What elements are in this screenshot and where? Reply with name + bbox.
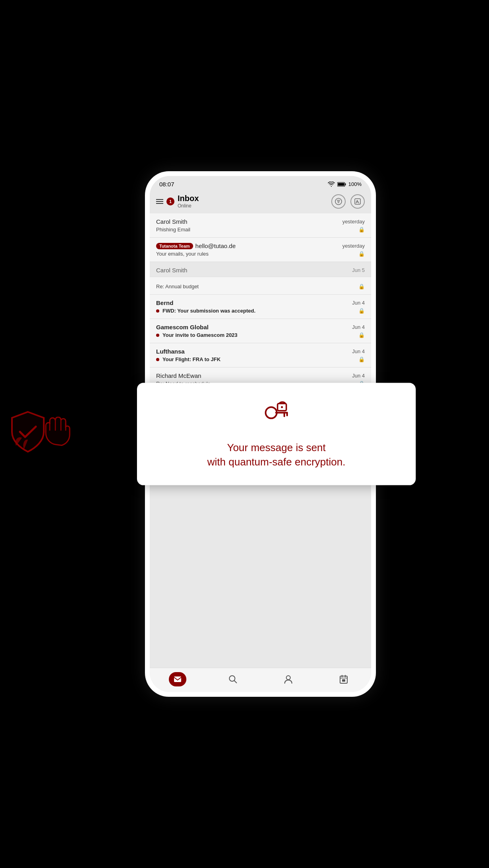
battery-percent: 100% bbox=[348, 181, 362, 187]
sender-badge-wrap: Tutanota Team hello@tutao.de bbox=[156, 242, 236, 249]
nav-contacts[interactable] bbox=[280, 672, 297, 686]
email-date-5: Jun 4 bbox=[352, 324, 365, 330]
compose-button[interactable] bbox=[350, 194, 365, 209]
email-sender-6: Lufthansa bbox=[156, 348, 185, 355]
nav-mail[interactable] bbox=[169, 672, 186, 686]
lock-icon-1: 🔒 bbox=[358, 227, 365, 233]
email-sender-1: Carol Smith bbox=[156, 218, 187, 225]
unread-dot-5 bbox=[156, 334, 159, 337]
lock-icon-3b: 🔒 bbox=[358, 283, 365, 289]
overlay-message: Your message is sent with quantum-safe e… bbox=[207, 440, 346, 469]
email-sender-4: Bernd bbox=[156, 299, 173, 306]
header-left: 1 Inbox Online bbox=[156, 194, 199, 209]
email-item-4[interactable]: Bernd Jun 4 FWD: Your submission was acc… bbox=[150, 295, 371, 319]
svg-rect-9 bbox=[174, 676, 181, 682]
inbox-header: 1 Inbox Online bbox=[150, 191, 371, 213]
email-subject-3b: Re: Annual budget bbox=[156, 283, 355, 289]
nav-search[interactable] bbox=[224, 672, 242, 686]
contacts-icon-wrap bbox=[280, 672, 297, 686]
overlay-line2: with quantum-safe encryption. bbox=[207, 456, 346, 468]
email-item-5[interactable]: Gamescom Global Jun 4 Your invite to Gam… bbox=[150, 319, 371, 343]
search-icon bbox=[229, 675, 237, 684]
email-sender-2: hello@tutao.de bbox=[196, 242, 236, 249]
lock-icon-4: 🔒 bbox=[358, 308, 365, 314]
filter-button[interactable] bbox=[331, 194, 346, 209]
email-item-3[interactable]: Carol Smith Jun 5 bbox=[150, 262, 371, 277]
mail-active-icon bbox=[169, 672, 186, 686]
online-status: Online bbox=[178, 203, 199, 209]
email-date-1: yesterday bbox=[342, 219, 365, 225]
email-item-6[interactable]: Lufthansa Jun 4 Your Flight: FRA to JFK … bbox=[150, 343, 371, 368]
search-icon-wrap bbox=[224, 672, 242, 686]
bottom-nav bbox=[150, 668, 371, 692]
unread-dot-6 bbox=[156, 358, 159, 361]
email-sender-5: Gamescom Global bbox=[156, 324, 209, 330]
encryption-overlay: Your message is sent with quantum-safe e… bbox=[137, 383, 416, 485]
email-subject-5: Your invite to Gamescom 2023 bbox=[162, 332, 355, 338]
header-actions bbox=[331, 194, 365, 209]
tutanota-badge: Tutanota Team bbox=[156, 243, 193, 249]
email-subject-1: Phishing Email bbox=[156, 227, 355, 233]
email-subject-4: FWD: Your submission was accepted. bbox=[162, 308, 355, 314]
person-icon bbox=[284, 675, 292, 684]
lock-icon-5: 🔒 bbox=[358, 332, 365, 338]
hand-icon bbox=[42, 417, 72, 451]
email-subject-2: Your emails, your rules bbox=[156, 251, 355, 257]
email-date-7: Jun 4 bbox=[352, 373, 365, 379]
lock-icon-2: 🔒 bbox=[358, 251, 365, 257]
nav-calendar[interactable] bbox=[335, 672, 352, 686]
email-item-2[interactable]: Tutanota Team hello@tutao.de yesterday Y… bbox=[150, 238, 371, 262]
lock-icon-6: 🔒 bbox=[358, 356, 365, 362]
side-icons bbox=[8, 410, 72, 454]
status-time: 08:07 bbox=[159, 181, 174, 188]
email-item-1[interactable]: Carol Smith yesterday Phishing Email 🔒 bbox=[150, 213, 371, 238]
unread-dot-4 bbox=[156, 309, 159, 313]
email-date-4: Jun 4 bbox=[352, 300, 365, 306]
unread-badge: 1 bbox=[166, 197, 174, 205]
email-sender-7: Richard McEwan bbox=[156, 372, 201, 379]
battery-icon bbox=[337, 182, 346, 187]
calendar-icon bbox=[340, 675, 348, 684]
encryption-icon bbox=[262, 399, 290, 432]
svg-rect-18 bbox=[342, 679, 345, 682]
svg-line-12 bbox=[234, 681, 237, 683]
inbox-title: Inbox bbox=[178, 194, 199, 203]
menu-button[interactable] bbox=[156, 199, 163, 204]
calendar-icon-wrap bbox=[335, 672, 352, 686]
svg-point-23 bbox=[266, 407, 277, 418]
status-bar: 08:07 100% bbox=[150, 176, 371, 191]
email-date-6: Jun 4 bbox=[352, 348, 365, 354]
wifi-icon bbox=[328, 182, 335, 187]
email-item-3b[interactable]: Re: Annual budget 🔒 bbox=[150, 277, 371, 295]
email-subject-6: Your Flight: FRA to JFK bbox=[162, 356, 355, 362]
svg-rect-1 bbox=[345, 183, 346, 185]
svg-rect-2 bbox=[338, 183, 344, 186]
status-icons: 100% bbox=[328, 181, 362, 187]
email-date-3: Jun 5 bbox=[352, 267, 365, 273]
svg-point-13 bbox=[286, 676, 290, 680]
header-title-wrap: Inbox Online bbox=[178, 194, 199, 209]
overlay-line1: Your message is sent bbox=[227, 442, 326, 454]
email-date-2: yesterday bbox=[342, 243, 365, 249]
svg-point-28 bbox=[281, 406, 283, 408]
email-sender-3: Carol Smith bbox=[156, 267, 187, 274]
